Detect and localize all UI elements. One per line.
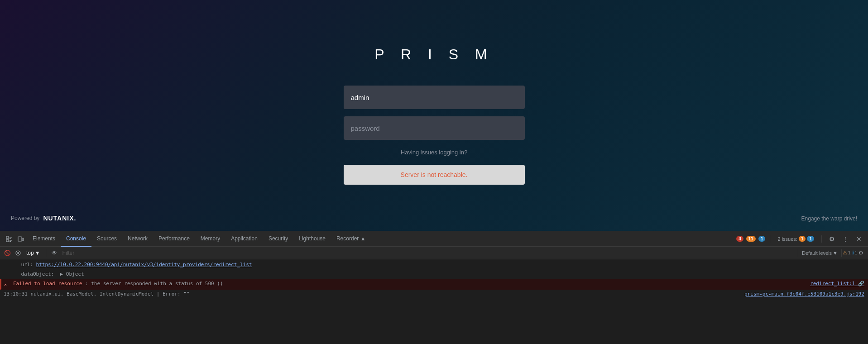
issues-error-icon: ℹ — [852, 250, 854, 256]
issues-yellow-badge: 1 — [799, 236, 806, 242]
default-levels-label: Default levels — [802, 250, 832, 256]
nutanix-logo: NUTANIX. — [43, 215, 76, 222]
powered-by: Powered by NUTANIX. — [11, 215, 76, 222]
tab-recorder[interactable]: Recorder ▲ — [331, 231, 371, 247]
console-line-error: ✕ Failed to load resource : the server r… — [0, 279, 868, 290]
svg-point-9 — [17, 252, 19, 254]
app-title: P R I S M — [374, 46, 493, 63]
console-line-log: 13:10:31 nutanix.ui. BaseModel. IntentDy… — [0, 290, 868, 299]
top-context-dropdown[interactable]: top ▼ — [24, 249, 42, 257]
dropdown-arrow2: ▼ — [833, 250, 838, 256]
filter-input[interactable] — [61, 248, 794, 258]
error-count-badge: 4 — [736, 236, 743, 242]
console-line-url: url: https://10.0.22.200:9440/api/nutani… — [0, 260, 868, 270]
tab-security[interactable]: Security — [263, 231, 293, 247]
devtools-toolbar: Elements Console Sources Network Perform… — [0, 231, 868, 247]
divider — [770, 235, 770, 243]
svg-rect-7 — [22, 238, 24, 241]
error-source-link[interactable]: redirect_list:1 🔗 — [810, 280, 864, 287]
tab-memory[interactable]: Memory — [195, 231, 225, 247]
login-form: Having issues logging in? Server is not … — [344, 86, 525, 185]
tab-network[interactable]: Network — [122, 231, 153, 247]
console-log-text: 13:10:31 nutanix.ui. BaseModel. IntentDy… — [4, 291, 744, 298]
default-levels-dropdown[interactable]: Default levels ▼ — [802, 250, 838, 256]
top-label: top — [26, 250, 34, 256]
eye-icon-button[interactable]: 👁 — [50, 248, 59, 258]
svg-rect-0 — [6, 236, 9, 239]
password-input[interactable] — [344, 116, 525, 140]
main-app: P R I S M Having issues logging in? Serv… — [0, 0, 868, 231]
username-input[interactable] — [344, 86, 525, 109]
issues-warning-icon: ⚠ — [843, 250, 847, 256]
tab-console[interactable]: Console — [61, 231, 91, 247]
console-line-dataobject: dataObject: ▶ Object — [0, 270, 868, 279]
divider2 — [821, 235, 822, 243]
log-source-link[interactable]: prism-pc-main.f3c04f.e53109a1c3e9.js:192 — [744, 291, 864, 298]
issues-counter-button[interactable]: ⚠ 1 ℹ 1 — [845, 248, 854, 258]
tab-application[interactable]: Application — [225, 231, 263, 247]
console-filter-button[interactable] — [14, 248, 23, 258]
url-link[interactable]: https://10.0.22.200:9440/api/nutanix/v3/… — [36, 262, 252, 268]
console-text-url: url: https://10.0.22.200:9440/api/nutani… — [9, 261, 864, 268]
error-icon: ✕ — [4, 281, 11, 288]
svg-rect-6 — [18, 237, 22, 241]
console-text-dataobject: dataObject: ▶ Object — [9, 271, 864, 278]
issues-blue-badge: 1 — [807, 236, 814, 242]
clear-console-button[interactable]: 🚫 — [3, 248, 12, 258]
warning-count-badge: 11 — [746, 236, 756, 242]
toolbar-divider3 — [841, 249, 842, 257]
tab-elements[interactable]: Elements — [27, 231, 61, 247]
devtools-panel: Elements Console Sources Network Perform… — [0, 231, 868, 344]
toolbar-divider — [46, 249, 46, 257]
console-error-text: Failed to load resource : the server res… — [13, 280, 810, 287]
dropdown-arrow: ▼ — [35, 250, 40, 256]
issues-badge[interactable]: 2 issues: 1 1 — [775, 235, 817, 243]
issues-label: 2 issues: — [777, 236, 797, 242]
tab-sources[interactable]: Sources — [91, 231, 122, 247]
more-options-button[interactable]: ⋮ — [840, 234, 851, 244]
devtools-tabs: Elements Console Sources Network Perform… — [27, 231, 735, 247]
tab-performance[interactable]: Performance — [153, 231, 195, 247]
info-count-badge: 1 — [758, 236, 766, 242]
device-toolbar-button[interactable] — [15, 234, 26, 244]
toolbar-divider2 — [798, 249, 798, 257]
engage-text: Engage the warp drive! — [801, 215, 857, 222]
devtools-right-badges: 4 11 1 2 issues: 1 1 ⚙ ⋮ ✕ — [736, 234, 864, 244]
close-devtools-button[interactable]: ✕ — [854, 234, 864, 244]
issues-link[interactable]: Having issues logging in? — [401, 149, 467, 156]
settings-console-button[interactable]: ⚙ — [856, 248, 865, 258]
svg-rect-3 — [6, 239, 9, 242]
error-button[interactable]: Server is not reachable. — [344, 165, 525, 185]
console-content: url: https://10.0.22.200:9440/api/nutani… — [0, 259, 868, 344]
powered-by-text: Powered by — [11, 215, 39, 221]
settings-button[interactable]: ⚙ — [826, 234, 837, 244]
inspect-element-button[interactable] — [4, 234, 14, 244]
tab-lighthouse[interactable]: Lighthouse — [293, 231, 331, 247]
console-toolbar: 🚫 top ▼ 👁 Default levels ▼ ⚠ 1 ℹ 1 ⚙ — [0, 247, 868, 259]
